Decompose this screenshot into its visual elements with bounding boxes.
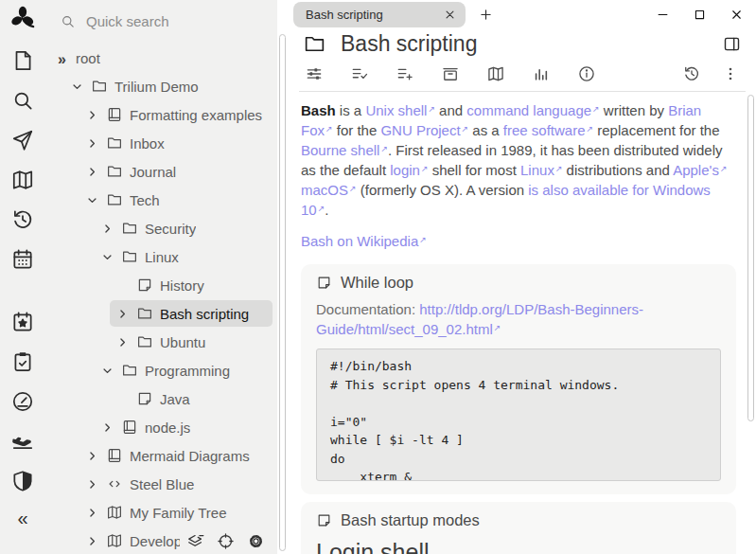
chevron-right-icon[interactable] <box>100 420 114 435</box>
chevron-right-icon[interactable] <box>85 506 99 520</box>
chevron-right-icon[interactable] <box>85 534 99 548</box>
chevron-right-icon[interactable] <box>85 449 99 463</box>
dashboard-button[interactable] <box>10 389 35 414</box>
intro-link[interactable]: Linux↗ <box>520 162 562 178</box>
owned-attributes-button[interactable] <box>350 64 369 83</box>
new-tab-button[interactable] <box>478 7 494 23</box>
tree-item-linux[interactable]: Linux <box>45 242 277 271</box>
recent-changes-button[interactable] <box>10 207 35 232</box>
split-pane-icon[interactable] <box>722 34 742 54</box>
tree-item-programming[interactable]: Programming <box>45 356 277 384</box>
travel-button[interactable] <box>10 429 35 454</box>
intro-link[interactable]: macOS↗ <box>301 182 357 198</box>
jump-to-note-button[interactable] <box>10 128 35 152</box>
collapse-launcher-button[interactable]: « <box>17 509 27 527</box>
task-manager-button[interactable] <box>10 349 35 374</box>
root-expand-icon[interactable]: » <box>55 51 69 65</box>
note-info-button[interactable] <box>577 64 596 83</box>
tree-item-ubuntu[interactable]: Ubuntu <box>45 328 277 356</box>
tree-item-row[interactable]: My Family Tree <box>79 499 273 526</box>
tree-item-row[interactable]: »root <box>49 45 273 71</box>
folder-icon[interactable] <box>303 32 326 56</box>
tree-item-trilium-demo[interactable]: Trilium Demo <box>45 72 277 100</box>
tab-close-icon[interactable] <box>443 8 457 22</box>
tree-item-row[interactable]: node.js <box>95 414 273 440</box>
intro-link[interactable]: Unix shell↗ <box>365 102 435 118</box>
tree-item-row[interactable]: Inbox <box>79 130 273 156</box>
tree-item-row[interactable]: Programming <box>95 357 273 384</box>
more-actions-button[interactable] <box>721 64 740 83</box>
chevron-right-icon[interactable] <box>115 335 130 349</box>
tree-item-bash-scripting[interactable]: Bash scripting <box>45 299 277 328</box>
wikipedia-link[interactable]: Bash on Wikipedia↗ <box>301 233 427 249</box>
section-header[interactable]: Bash startup modes <box>316 511 721 529</box>
tree-item-row[interactable]: Security <box>95 215 273 241</box>
note-title[interactable]: Bash scripting <box>341 31 477 57</box>
tree-item-row[interactable]: Bash scripting <box>110 300 273 327</box>
tree-item-tech[interactable]: Tech <box>45 186 277 214</box>
tree-item-steel-blue[interactable]: Steel Blue <box>45 470 277 498</box>
tree-item-journal[interactable]: Journal <box>45 157 277 186</box>
tree-item-my-family-tree[interactable]: My Family Tree <box>45 498 277 527</box>
calendar-star-button[interactable] <box>10 310 35 334</box>
promoted-attributes-button[interactable] <box>441 64 460 83</box>
new-note-button[interactable] <box>10 48 35 73</box>
intro-link[interactable]: Bourne shell↗ <box>301 142 388 158</box>
quick-search-input[interactable]: Quick search <box>45 0 277 42</box>
window-minimize-button[interactable] <box>656 8 670 22</box>
chevron-right-icon[interactable] <box>85 108 99 122</box>
basic-properties-button[interactable] <box>305 64 324 83</box>
chevron-down-icon[interactable] <box>100 364 114 378</box>
search-button[interactable] <box>10 88 35 113</box>
tree-item-row[interactable]: Journal <box>79 158 273 185</box>
tree-item-row[interactable]: Steel Blue <box>79 471 273 497</box>
tree-scrollbar-thumb[interactable] <box>279 34 286 551</box>
scroll-to-active-note-button[interactable] <box>217 532 235 550</box>
intro-link[interactable]: Apple's↗ <box>673 162 727 178</box>
tree-item-node-js[interactable]: node.js <box>45 413 277 441</box>
chevron-down-icon[interactable] <box>100 250 114 264</box>
chevron-right-icon[interactable] <box>85 477 99 491</box>
tree-settings-button[interactable] <box>247 532 265 550</box>
chevron-down-icon[interactable] <box>85 193 99 207</box>
tab-bash-scripting[interactable]: Bash scripting <box>293 2 466 27</box>
tree-item-row[interactable]: Development <box>79 527 273 554</box>
tree-item-java[interactable]: Java <box>45 384 277 413</box>
note-paths-button[interactable] <box>486 64 505 83</box>
window-close-button[interactable] <box>730 8 744 22</box>
chevron-right-icon[interactable] <box>115 307 130 321</box>
tree-item-row[interactable]: Linux <box>95 243 273 270</box>
section-header[interactable]: While loop <box>316 274 721 292</box>
tree-item-row[interactable]: Tech <box>79 187 273 213</box>
tree-item-root[interactable]: »root <box>45 44 277 72</box>
collapse-tree-button[interactable] <box>186 532 204 550</box>
window-maximize-button[interactable] <box>693 8 707 22</box>
note-map-ribbon-button[interactable] <box>532 64 551 83</box>
code-block[interactable]: #!/bin/bash # This script opens 4 termin… <box>316 348 721 481</box>
intro-link[interactable]: GNU Project↗ <box>380 122 468 138</box>
note-revisions-button[interactable] <box>682 64 701 83</box>
intro-link[interactable]: login↗ <box>390 162 428 178</box>
intro-link[interactable]: free software↗ <box>503 122 593 138</box>
calendar-button[interactable] <box>10 247 35 272</box>
content-scrollbar-thumb[interactable] <box>747 95 754 421</box>
tree-item-row[interactable]: Formatting examples <box>79 101 273 128</box>
tree-item-history[interactable]: History <box>45 271 277 299</box>
tree-item-row[interactable]: Mermaid Diagrams <box>79 442 273 469</box>
note-map-button[interactable] <box>10 168 35 192</box>
chevron-right-icon[interactable] <box>100 222 114 236</box>
tree-item-mermaid-diagrams[interactable]: Mermaid Diagrams <box>45 441 277 470</box>
tree-item-development[interactable]: Development <box>45 527 277 554</box>
tree-item-row[interactable]: History <box>110 272 273 298</box>
tree-item-formatting-examples[interactable]: Formatting examples <box>45 100 277 129</box>
chevron-right-icon[interactable] <box>85 165 99 179</box>
tree-item-row[interactable]: Ubuntu <box>110 329 273 355</box>
tree-item-security[interactable]: Security <box>45 214 277 242</box>
tree-item-row[interactable]: Java <box>110 385 273 412</box>
tree-item-row[interactable]: Trilium Demo <box>64 73 273 99</box>
tree-item-inbox[interactable]: Inbox <box>45 129 277 157</box>
inherited-attributes-button[interactable] <box>396 64 414 83</box>
security-button[interactable] <box>10 469 35 493</box>
chevron-down-icon[interactable] <box>70 80 84 94</box>
intro-link[interactable]: command language↗ <box>466 102 599 118</box>
